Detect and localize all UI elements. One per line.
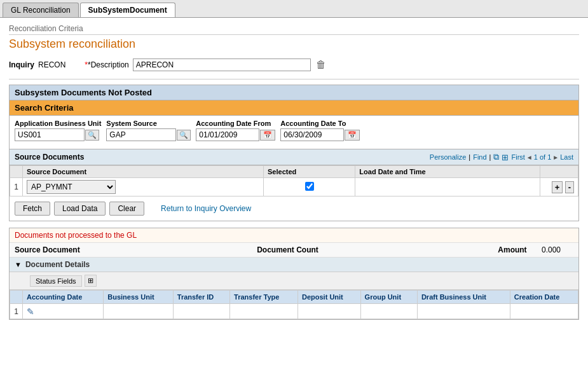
criteria-cols: Application Business Unit 🔍 System Sourc… [15,120,573,141]
page-title: Subsystem reconciliation [9,38,579,51]
doc-details-title: Document Details [25,260,90,269]
detail-deposit-unit-cell [298,304,361,319]
detail-col-deposit-unit: Deposit Unit [298,291,361,304]
remove-row-button[interactable]: - [565,181,574,193]
detail-col-num [10,291,23,304]
system-source-input[interactable] [106,128,176,141]
accounting-date-from-col: Accounting Date From 📅 [196,120,275,141]
source-document-summary-label: Source Document [15,245,237,254]
new-window-icon[interactable]: ⧉ [493,152,499,162]
prev-arrow[interactable]: ◄ [526,154,533,161]
nav-controls: First ◄ 1 of 1 ► Last [511,153,573,161]
doc-summary-row: Source Document Document Count Amount 0.… [10,243,578,258]
col-load-date-time: Load Date and Time [355,166,540,178]
documents-section: Documents not processed to the GL Source… [9,228,579,320]
detail-col-draft-business-unit: Draft Business Unit [417,291,510,304]
next-arrow[interactable]: ► [552,154,559,161]
collapse-icon[interactable]: ▼ [15,261,22,268]
selected-cell [264,178,355,196]
accounting-date-to-col: Accounting Date To 📅 [280,120,360,141]
description-label: **Description [85,60,128,69]
action-buttons: Fetch Load Data Clear Return to Inquiry … [10,196,578,221]
system-source-lookup[interactable]: 🔍 [177,130,191,141]
detail-transfer-id-cell [173,304,229,319]
detail-col-business-unit: Business Unit [104,291,173,304]
detail-transfer-type-cell [230,304,298,319]
load-date-time-cell [355,178,540,196]
load-data-button[interactable]: Load Data [54,202,106,216]
system-source-label: System Source [106,120,191,127]
app-business-unit-lookup[interactable]: 🔍 [85,130,99,141]
accounting-date-to-cal[interactable]: 📅 [345,130,360,141]
inquiry-label: Inquiry [9,60,34,69]
col-source-document: Source Document [23,166,264,178]
detail-accounting-date-cell: ✎ [23,304,104,319]
detail-row-number: 1 [10,304,23,319]
system-source-field: 🔍 [106,128,191,141]
detail-table-row: 1 ✎ [10,304,578,319]
breadcrumb: Reconciliation Criteria [9,24,579,35]
edit-row-icon[interactable]: ✎ [27,306,34,317]
accounting-date-to-label: Accounting Date To [280,120,360,127]
accounting-date-to-input[interactable] [280,128,344,141]
detail-draft-business-unit-cell [417,304,510,319]
detail-col-group-unit: Group Unit [360,291,417,304]
accounting-date-from-cal[interactable]: 📅 [260,130,275,141]
accounting-date-from-label: Accounting Date From [196,120,275,127]
detail-col-creation-date: Creation Date [510,291,578,304]
accounting-date-from-input[interactable] [196,128,259,141]
find-link[interactable]: Find [473,153,486,161]
selected-checkbox[interactable] [305,182,314,191]
source-docs-title: Source Documents [15,153,84,162]
tab-gl-reconciliation[interactable]: GL Reconciliation [3,3,79,17]
subsystem-docs-header: Subsystem Documents Not Posted [10,85,578,100]
description-input[interactable] [133,59,311,71]
row-actions-cell: + - [540,178,578,196]
source-document-select[interactable]: AP_PYMNT [27,180,116,194]
system-source-col: System Source 🔍 [106,120,191,141]
details-toolbar: Status Fields ⊞ [10,272,578,290]
table-row: 1 AP_PYMNT + - [10,178,578,196]
personalize-link[interactable]: Personalize [430,153,466,161]
app-business-unit-field: 🔍 [15,128,101,141]
app-business-unit-label: Application Business Unit [15,120,101,127]
search-criteria-header: Search Criteria [10,100,578,116]
source-document-cell: AP_PYMNT [23,178,264,196]
source-documents-table: Source Document Selected Load Date and T… [10,165,578,196]
detail-col-transfer-type: Transfer Type [230,291,298,304]
add-row-button[interactable]: + [552,181,563,193]
inquiry-row: Inquiry RECON **Description 🗑 [9,59,579,71]
page-content: Reconciliation Criteria Subsystem reconc… [0,18,588,326]
first-link[interactable]: First [511,153,524,161]
col-num [10,166,23,178]
page-info: 1 of 1 [534,153,552,161]
amount-label: Amount 0.000 [339,245,574,254]
document-details-table: Accounting Date Business Unit Transfer I… [10,290,578,319]
grid-view-button[interactable]: ⊞ [85,275,97,287]
accounting-date-to-field: 📅 [280,128,360,141]
detail-col-transfer-id: Transfer ID [173,291,229,304]
col-selected: Selected [264,166,355,178]
app-business-unit-col: Application Business Unit 🔍 [15,120,101,141]
subsystem-docs-section: Subsystem Documents Not Posted Search Cr… [9,85,579,221]
status-fields-button[interactable]: Status Fields [30,275,82,287]
delete-icon[interactable]: 🗑 [316,59,326,71]
row-number: 1 [10,178,23,196]
accounting-date-from-field: 📅 [196,128,275,141]
tab-bar: GL Reconciliation SubSystemDocument [0,0,588,18]
clear-button[interactable]: Clear [109,202,144,216]
tab-subsystem-document[interactable]: SubSystemDocument [80,3,175,17]
search-criteria-panel: Application Business Unit 🔍 System Sourc… [10,116,578,149]
detail-business-unit-cell [104,304,173,319]
document-count-summary-label: Document Count [237,245,339,254]
fetch-button[interactable]: Fetch [15,202,50,216]
detail-col-accounting-date: Accounting Date [23,291,104,304]
app-business-unit-input[interactable] [15,128,85,141]
grid-icon[interactable]: ⊞ [502,153,509,162]
source-docs-header-bar: Source Documents Personalize | Find | ⧉ … [10,149,578,165]
detail-creation-date-cell [510,304,578,319]
last-link[interactable]: Last [560,153,573,161]
detail-group-unit-cell [360,304,417,319]
return-link[interactable]: Return to Inquiry Overview [161,204,251,213]
doc-not-processed-label: Documents not processed to the GL [10,228,578,243]
